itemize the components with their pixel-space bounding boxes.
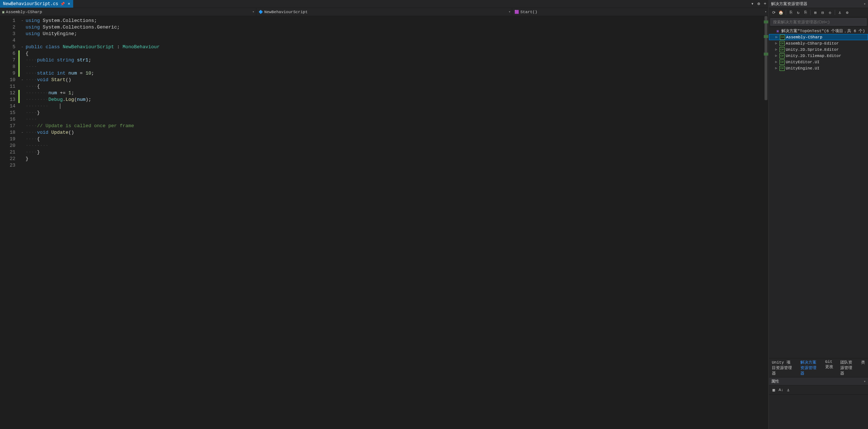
line-number: 4 <box>0 37 15 44</box>
editor-body: 1234567891011121314151617181920212223 --… <box>0 16 768 429</box>
toolbar-button-4[interactable]: ⎘ <box>802 9 809 16</box>
csproj-icon: C# <box>780 60 785 65</box>
fold-toggle-minus-icon[interactable]: - <box>20 129 25 136</box>
fold-spacer <box>20 31 25 37</box>
tab-dropdown-icon[interactable]: ▾ <box>749 1 755 7</box>
properties-body <box>769 395 868 429</box>
code-line[interactable]: public class NewBehaviourScript : MonoBe… <box>26 44 764 50</box>
prop-toolbar-button-1[interactable]: A↓ <box>778 387 784 393</box>
project-node[interactable]: ▷C#Assembly-CSharp <box>769 34 868 40</box>
code-line[interactable]: ········ <box>26 103 764 110</box>
code-line[interactable]: ···· <box>26 116 764 123</box>
code-line[interactable]: using System.Collections; <box>26 18 764 24</box>
fold-spacer <box>20 149 25 156</box>
csproj-icon: C# <box>780 35 785 40</box>
solution-explorer-toolbar: ⟳🏠⎘↻⎘⊞⊟◇⚓⚙ <box>769 8 868 17</box>
panel-tab[interactable]: 解决方案资源管理器 <box>797 358 822 377</box>
code-line[interactable]: ····public string str1; <box>26 57 764 64</box>
line-number: 2 <box>0 24 15 31</box>
code-line[interactable]: ····void Update() <box>26 129 764 136</box>
code-line[interactable]: ····} <box>26 110 764 116</box>
fold-toggle-minus-icon[interactable]: - <box>20 18 25 24</box>
toolbar-button-3[interactable]: ↻ <box>795 9 801 16</box>
scrollbar-thumb[interactable] <box>765 16 767 100</box>
fold-toggle-minus-icon[interactable]: - <box>20 77 25 83</box>
code-line[interactable]: ····{ <box>26 136 764 143</box>
method-icon: 🟪 <box>514 10 519 14</box>
solution-explorer-title: 解决方案资源管理器 <box>771 1 807 7</box>
properties-panel: 属性 ▾ ▦A↓⚓ <box>769 377 868 429</box>
toolbar-button-6[interactable]: ⊟ <box>819 9 826 16</box>
code-line[interactable] <box>26 37 764 44</box>
expand-toggle-icon[interactable]: ▷ <box>774 48 778 52</box>
panel-tab[interactable]: Git 更改 <box>822 358 838 377</box>
expand-toggle-icon[interactable]: ▷ <box>774 66 778 70</box>
fold-toggle-minus-icon[interactable]: - <box>20 44 25 50</box>
chevron-down-icon[interactable]: ▾ <box>864 379 866 384</box>
breadcrumb-member[interactable]: 🟪 Start() ▾ <box>512 8 768 16</box>
properties-header[interactable]: 属性 ▾ <box>769 377 868 386</box>
fold-spacer <box>20 24 25 31</box>
project-node[interactable]: ▷C#Unity.2D.Tilemap.Editor <box>769 53 868 59</box>
code-line[interactable]: ···· <box>26 64 764 70</box>
fold-spacer <box>20 83 25 90</box>
fold-spacer <box>20 37 25 44</box>
chevron-down-icon[interactable]: ▾ <box>864 2 866 6</box>
code-line[interactable]: using System.Collections.Generic; <box>26 24 764 31</box>
toolbar-button-2[interactable]: ⎘ <box>788 9 794 16</box>
properties-title: 属性 <box>771 379 779 384</box>
panel-tab[interactable]: 类 <box>858 358 868 377</box>
code-line[interactable]: ········ <box>26 143 764 149</box>
line-number: 13 <box>0 96 15 103</box>
csproj-icon: C# <box>780 47 785 52</box>
code-line[interactable]: ····{ <box>26 83 764 90</box>
code-line[interactable]: ····static int num = 10; <box>26 70 764 77</box>
search-input[interactable] <box>770 18 867 26</box>
toolbar-button-8[interactable]: ⚓ <box>837 9 843 16</box>
project-node[interactable]: ▷C#Unity.2D.Sprite.Editor <box>769 46 868 53</box>
toolbar-button-7[interactable]: ◇ <box>827 9 833 16</box>
tab-add-icon[interactable]: + <box>762 1 768 7</box>
line-number: 8 <box>0 64 15 70</box>
line-number-gutter: 1234567891011121314151617181920212223 <box>0 16 18 429</box>
project-node[interactable]: ▷C#Assembly-CSharp-Editor <box>769 40 868 46</box>
solution-explorer-header[interactable]: 解决方案资源管理器 ▾ <box>769 0 868 8</box>
toolbar-button-0[interactable]: ⟳ <box>770 9 777 16</box>
code-line[interactable]: using UnityEngine; <box>26 31 764 37</box>
solution-root-node[interactable]: ▣解决方案"TopOnTest"(6 个项目，共 6 个) <box>769 28 868 34</box>
tab-settings-icon[interactable]: ⚙ <box>756 1 762 7</box>
close-icon[interactable]: × <box>68 2 70 6</box>
expand-toggle-icon[interactable]: ▷ <box>774 60 778 64</box>
code-editor[interactable]: using System.Collections;using System.Co… <box>25 16 764 429</box>
panel-tab[interactable]: 团队资源管理器 <box>837 358 858 377</box>
code-line[interactable]: ····} <box>26 149 764 156</box>
prop-toolbar-button-2[interactable]: ⚓ <box>785 387 792 393</box>
expand-toggle-icon[interactable]: ▷ <box>774 54 778 58</box>
project-node[interactable]: ▷C#UnityEngine.UI <box>769 65 868 71</box>
code-line[interactable]: ········num += 1; <box>26 90 764 96</box>
expand-toggle-icon[interactable]: ▷ <box>774 41 778 45</box>
code-line[interactable]: ····void Start() <box>26 77 764 83</box>
vertical-scrollbar[interactable] <box>764 16 768 429</box>
breadcrumb-class[interactable]: 🔷 NewBehaviourScript ▾ <box>256 8 512 16</box>
project-icon: ▣ <box>2 10 4 14</box>
code-line[interactable]: } <box>26 156 764 162</box>
prop-toolbar-button-0[interactable]: ▦ <box>770 387 777 393</box>
code-line[interactable]: ········Debug.Log(num); <box>26 96 764 103</box>
tab-newbehaviour[interactable]: NewBehaviourScript.cs 📌 × <box>0 0 73 8</box>
code-line[interactable]: ····// Update is called once per frame <box>26 123 764 129</box>
toolbar-button-9[interactable]: ⚙ <box>844 9 850 16</box>
pin-icon[interactable]: 📌 <box>60 2 65 6</box>
line-number: 12 <box>0 90 15 96</box>
fold-spacer <box>20 110 25 116</box>
code-line[interactable] <box>26 162 764 169</box>
expand-toggle-icon[interactable]: ▷ <box>774 35 779 39</box>
panel-tab[interactable]: Unity 项目资源管理器 <box>769 358 797 377</box>
toolbar-button-1[interactable]: 🏠 <box>778 9 784 16</box>
line-number: 22 <box>0 156 15 162</box>
fold-spacer <box>20 96 25 103</box>
code-line[interactable]: { <box>26 50 764 57</box>
toolbar-button-5[interactable]: ⊞ <box>812 9 819 16</box>
project-node[interactable]: ▷C#UnityEditor.UI <box>769 59 868 65</box>
breadcrumb-project[interactable]: ▣ Assembly-CSharp ▾ <box>0 8 256 16</box>
